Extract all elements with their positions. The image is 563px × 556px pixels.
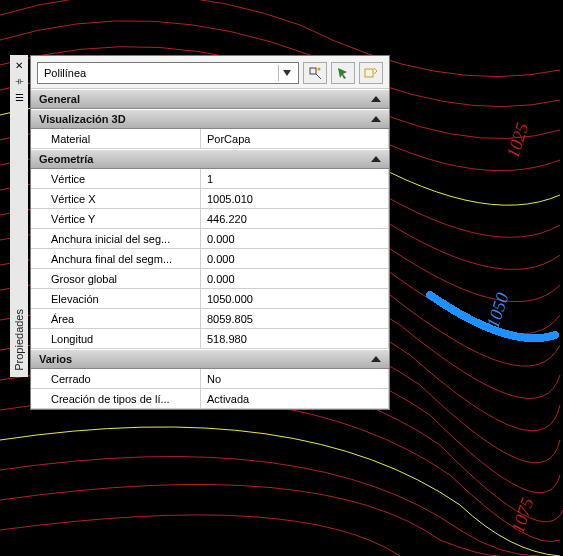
property-label: Elevación — [31, 289, 201, 309]
section-title: Visualización 3D — [39, 113, 126, 125]
svg-point-1 — [318, 68, 321, 71]
property-label: Área — [31, 309, 201, 329]
property-value[interactable]: 0.000 — [201, 229, 389, 249]
close-icon[interactable]: ✕ — [12, 58, 26, 72]
pin-icon[interactable]: ⟛ — [12, 74, 26, 88]
collapse-icon — [371, 96, 381, 102]
quick-select-button[interactable] — [303, 62, 327, 84]
object-type-value: Polilínea — [44, 67, 86, 79]
toggle-pickadd-button[interactable] — [359, 62, 383, 84]
object-type-selector[interactable]: Polilínea — [37, 62, 299, 84]
section-title: Varios — [39, 353, 72, 365]
property-label: Creación de tipos de lí... — [31, 389, 201, 409]
svg-rect-2 — [365, 69, 373, 77]
property-value[interactable]: 1005.010 — [201, 189, 389, 209]
geom-grid: Vértice1Vértice X1005.010Vértice Y446.22… — [31, 169, 389, 349]
property-value[interactable]: Activada — [201, 389, 389, 409]
property-value[interactable]: 1050.000 — [201, 289, 389, 309]
property-label: Anchura final del segm... — [31, 249, 201, 269]
property-value[interactable]: 8059.805 — [201, 309, 389, 329]
section-title: Geometría — [39, 153, 93, 165]
property-label: Grosor global — [31, 269, 201, 289]
select-objects-button[interactable] — [331, 62, 355, 84]
property-value[interactable]: 446.220 — [201, 209, 389, 229]
property-value[interactable]: PorCapa — [201, 129, 389, 149]
section-vis3d[interactable]: Visualización 3D — [31, 109, 389, 129]
palette-title: Propiedades — [13, 305, 25, 375]
property-value[interactable]: 0.000 — [201, 269, 389, 289]
property-label: Vértice X — [31, 189, 201, 209]
property-value[interactable]: No — [201, 369, 389, 389]
collapse-icon — [371, 156, 381, 162]
section-title: General — [39, 93, 80, 105]
palette-side-controls: ✕ ⟛ ☰ Propiedades — [10, 55, 28, 377]
varios-grid: CerradoNoCreación de tipos de lí...Activ… — [31, 369, 389, 409]
property-label: Anchura inicial del seg... — [31, 229, 201, 249]
properties-palette: ✕ ⟛ ☰ Propiedades Polilínea General — [10, 55, 390, 410]
property-value[interactable]: 518.980 — [201, 329, 389, 349]
section-general[interactable]: General — [31, 89, 389, 109]
svg-rect-0 — [310, 68, 316, 74]
property-label: Material — [31, 129, 201, 149]
chevron-down-icon — [278, 65, 294, 81]
options-icon[interactable]: ☰ — [12, 90, 26, 104]
property-label: Vértice — [31, 169, 201, 189]
property-value[interactable]: 0.000 — [201, 249, 389, 269]
properties-panel: Polilínea General Visualización 3D Mat — [30, 55, 390, 410]
collapse-icon — [371, 116, 381, 122]
property-value[interactable]: 1 — [201, 169, 389, 189]
vis3d-grid: MaterialPorCapa — [31, 129, 389, 149]
property-label: Longitud — [31, 329, 201, 349]
panel-header: Polilínea — [31, 56, 389, 89]
property-label: Vértice Y — [31, 209, 201, 229]
collapse-icon — [371, 356, 381, 362]
section-geom[interactable]: Geometría — [31, 149, 389, 169]
section-varios[interactable]: Varios — [31, 349, 389, 369]
property-label: Cerrado — [31, 369, 201, 389]
